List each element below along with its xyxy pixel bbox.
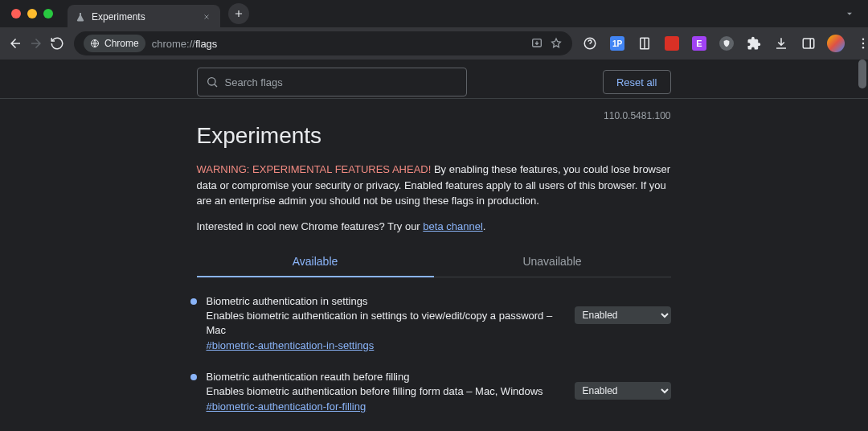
warning-prefix: WARNING: EXPERIMENTAL FEATURES AHEAD! [197,163,432,175]
beta-prompt-prefix: Interested in cool new Chrome features? … [197,220,424,232]
extension-reader-icon[interactable] [633,32,656,55]
forward-button[interactable] [29,32,43,55]
flag-anchor-link[interactable]: #biometric-authentication-for-filling [207,400,559,413]
page-title: Experiments [197,123,671,149]
titlebar: Experiments [0,0,868,27]
svg-point-7 [862,47,864,48]
flag-entry: Biometric authentication in settingsEnab… [197,295,671,351]
modified-dot [190,298,197,305]
toolbar: Chrome chrome://flags 1P E [0,27,868,60]
scrollbar-thumb[interactable] [858,60,866,88]
flags-page: Reset all Experiments 110.0.5481.100 WAR… [197,60,671,431]
sidepanel-icon[interactable] [797,32,820,55]
flag-entry: Biometric authentication reauth before f… [197,371,671,413]
svg-point-8 [207,78,215,85]
extension-purple-icon[interactable]: E [688,32,710,55]
globe-icon [90,39,100,48]
browser-window: Experiments [0,0,868,431]
url-path: flags [195,38,217,50]
flag-anchor-link[interactable]: #biometric-authentication-in-settings [207,339,559,351]
install-icon[interactable] [530,37,543,50]
beta-prompt-suffix: . [483,220,486,232]
window-controls [6,9,53,18]
url-prefix: chrome:// [152,38,195,50]
help-icon[interactable] [579,32,601,55]
flag-search-input[interactable] [225,76,458,88]
flag-title: Biometric authentication reauth before f… [207,371,559,383]
close-tab-button[interactable] [201,11,212,23]
omnibox[interactable]: Chrome chrome://flags [74,31,572,55]
bookmark-star-icon[interactable] [550,37,563,50]
profile-avatar[interactable] [825,32,847,55]
flag-body: Biometric authentication reauth before f… [207,371,575,413]
site-chip[interactable]: Chrome [84,35,145,52]
flag-search-field[interactable] [197,68,467,96]
flask-icon [76,12,85,22]
extension-1password-icon[interactable]: 1P [606,32,628,55]
extension-shield-icon[interactable] [715,32,738,55]
modified-dot [190,374,197,380]
maximize-window-button[interactable] [43,9,53,18]
flag-description: Enables biometric authentication before … [207,384,559,399]
header-divider [0,98,868,99]
close-window-button[interactable] [11,9,21,18]
tab-unavailable[interactable]: Unavailable [434,247,671,277]
extension-red-icon[interactable] [661,32,683,55]
scrollbar-track[interactable] [857,60,868,431]
site-chip-label: Chrome [104,38,139,49]
flag-tabs: Available Unavailable [197,247,671,277]
extensions-puzzle-icon[interactable] [743,32,765,55]
flag-body: Biometric authentication in settingsEnab… [207,295,575,351]
search-icon [206,76,219,88]
url-text: chrome://flags [152,38,218,50]
flag-title: Biometric authentication in settings [207,295,559,307]
version-label: 110.0.5481.100 [604,110,670,121]
svg-point-6 [862,43,864,44]
kebab-menu-icon[interactable] [852,32,868,55]
downloads-icon[interactable] [770,32,792,55]
svg-rect-4 [803,39,814,48]
warning-text: WARNING: EXPERIMENTAL FEATURES AHEAD! By… [197,162,671,209]
tab-title: Experiments [92,11,194,23]
reset-all-button[interactable]: Reset all [603,70,671,94]
browser-tab[interactable]: Experiments [68,5,220,29]
beta-prompt: Interested in cool new Chrome features? … [197,220,671,232]
flags-list: Biometric authentication in settingsEnab… [197,295,671,432]
new-tab-button[interactable] [228,3,249,24]
beta-channel-link[interactable]: beta channel [423,220,482,232]
flag-state-select[interactable]: DefaultEnabledDisabled [575,306,671,324]
flag-state-select[interactable]: DefaultEnabledDisabled [575,382,671,400]
minimize-window-button[interactable] [27,9,37,18]
reload-button[interactable] [50,32,64,55]
tab-available[interactable]: Available [197,247,434,277]
flag-description: Enables biometric authentication in sett… [207,309,559,338]
viewport: Reset all Experiments 110.0.5481.100 WAR… [0,60,868,431]
svg-point-5 [862,39,864,40]
back-button[interactable] [8,32,23,55]
tab-overflow-button[interactable] [837,5,862,23]
